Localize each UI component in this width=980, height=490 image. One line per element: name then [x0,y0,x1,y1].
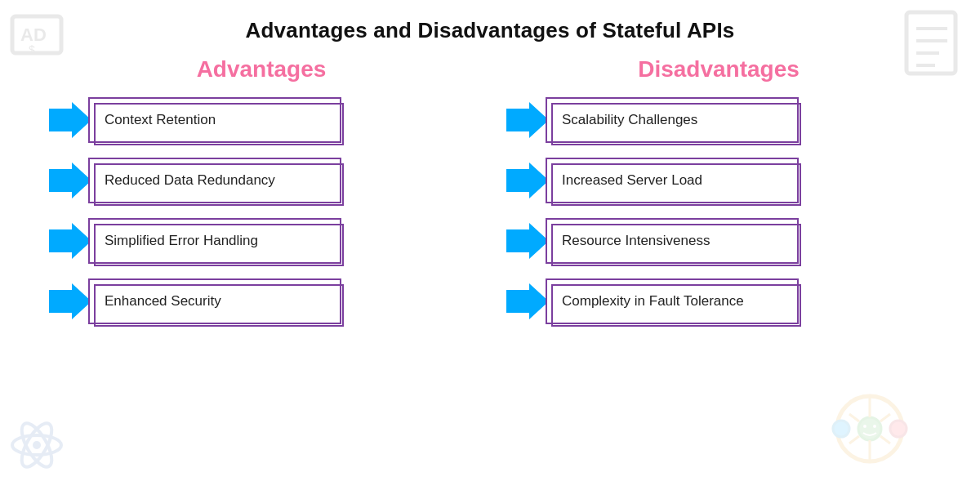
arrow-icon [506,223,549,259]
advantage-item-1: Context Retention [88,97,341,143]
svg-marker-24 [49,102,91,138]
svg-line-18 [849,414,859,421]
svg-marker-27 [49,283,91,319]
list-item: Simplified Error Handling [49,218,474,264]
svg-point-8 [12,435,61,455]
svg-point-15 [890,421,906,437]
svg-point-13 [858,417,881,440]
advantage-item-4: Enhanced Security [88,278,341,324]
svg-marker-25 [49,163,91,198]
advantages-column: Advantages Context Retention Reduced Dat… [49,56,474,324]
svg-marker-29 [506,163,549,198]
list-item: Increased Server Load [506,158,931,203]
advantages-list: Context Retention Reduced Data Redundanc… [49,97,474,324]
columns-container: Advantages Context Retention Reduced Dat… [0,56,980,324]
svg-line-19 [880,436,890,443]
disadvantages-column: Disadvantages Scalability Challenges Inc… [506,56,931,324]
advantages-title: Advantages [197,56,327,82]
svg-marker-26 [49,223,91,259]
arrow-icon [506,283,549,319]
list-item: Scalability Challenges [506,97,931,143]
arrow-icon [49,223,91,259]
list-item: Resource Intensiveness [506,218,931,264]
arrow-icon [506,102,549,138]
svg-marker-30 [506,223,549,259]
advantage-item-3: Simplified Error Handling [88,218,341,264]
arrow-icon [506,163,549,198]
list-item: Complexity in Fault Tolerance [506,278,931,324]
svg-line-20 [880,414,890,421]
arrow-icon [49,163,91,198]
atom-icon [8,416,65,474]
science-icon [825,384,915,474]
disadvantage-item-3: Resource Intensiveness [546,218,799,264]
arrow-icon [49,102,91,138]
svg-marker-28 [506,102,549,138]
svg-point-23 [873,425,876,428]
advantage-item-2: Reduced Data Redundancy [88,158,341,203]
list-item: Context Retention [49,97,474,143]
disadvantages-list: Scalability Challenges Increased Server … [506,97,931,324]
arrow-icon [49,283,91,319]
svg-marker-31 [506,283,549,319]
svg-point-22 [863,425,866,428]
svg-point-9 [16,419,58,471]
svg-point-11 [33,441,41,449]
svg-line-21 [849,436,859,443]
svg-point-10 [16,419,58,471]
svg-point-12 [837,396,902,461]
list-item: Enhanced Security [49,278,474,324]
disadvantage-item-4: Complexity in Fault Tolerance [546,278,799,324]
list-item: Reduced Data Redundancy [49,158,474,203]
disadvantages-title: Disadvantages [638,56,800,82]
disadvantage-item-2: Increased Server Load [546,158,799,203]
disadvantage-item-1: Scalability Challenges [546,97,799,143]
svg-point-14 [833,421,849,437]
main-title: Advantages and Disadvantages of Stateful… [0,0,980,51]
